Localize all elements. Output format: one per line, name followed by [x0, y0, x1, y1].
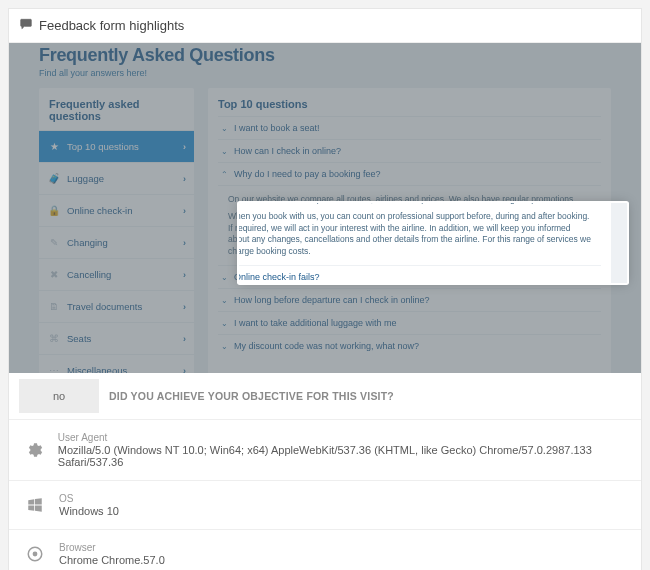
panel-title: Feedback form highlights [39, 18, 184, 33]
gear-icon [25, 441, 44, 459]
dim-overlay [629, 203, 641, 283]
meta-label: OS [59, 493, 119, 504]
highlight-viewport: Frequently Asked Questions Find all your… [9, 43, 641, 373]
meta-label: User Agent [58, 432, 625, 443]
dim-overlay [9, 283, 641, 373]
meta-value: Windows 10 [59, 505, 119, 517]
feedback-panel: Feedback form highlights Frequently Aske… [8, 8, 642, 570]
faq-answer-text: When you book with us, you can count on … [228, 211, 591, 257]
meta-os: OS Windows 10 [9, 481, 641, 530]
objective-answer[interactable]: no [19, 379, 99, 413]
meta-user-agent: User Agent Mozilla/5.0 (Windows NT 10.0;… [9, 420, 641, 481]
objective-question: DID YOU ACHIEVE YOUR OBJECTIVE FOR THIS … [109, 390, 394, 402]
svg-point-1 [33, 552, 38, 557]
dim-overlay [9, 43, 641, 203]
chrome-icon [25, 545, 45, 563]
panel-header: Feedback form highlights [9, 9, 641, 43]
faq-question-label: Online check-in fails? [234, 272, 320, 282]
meta-browser: Browser Chrome Chrome.57.0 [9, 530, 641, 570]
chat-icon [19, 17, 33, 34]
meta-label: Browser [59, 542, 165, 553]
windows-icon [25, 496, 45, 514]
objective-row: no DID YOU ACHIEVE YOUR OBJECTIVE FOR TH… [9, 373, 641, 420]
meta-value: Chrome Chrome.57.0 [59, 554, 165, 566]
dim-overlay [9, 203, 239, 283]
meta-value: Mozilla/5.0 (Windows NT 10.0; Win64; x64… [58, 444, 625, 468]
